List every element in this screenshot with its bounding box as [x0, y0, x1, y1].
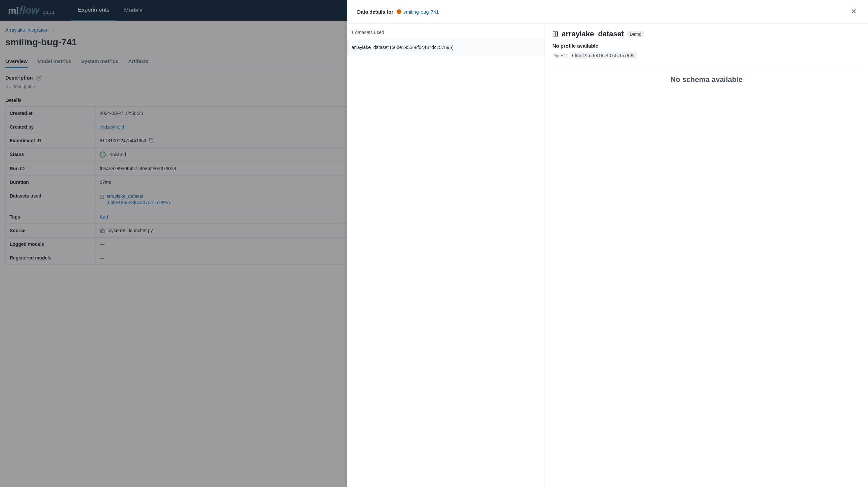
digest-row: Digest: 66be195568f6c437dc157895 — [552, 52, 861, 65]
dataset-heading: arraylake_dataset Demo — [552, 30, 861, 38]
panel-left: 1 datasets used arraylake_dataset (66be1… — [347, 24, 545, 271]
panel-run-name: smiling-bug-741 — [403, 9, 439, 15]
datasets-count: 1 datasets used — [347, 30, 545, 40]
grid-icon — [552, 31, 558, 37]
data-details-panel: Data details for smiling-bug-741 ✕ 1 dat… — [347, 0, 868, 271]
digest-value: 66be195568f6c437dc157895 — [570, 52, 637, 59]
profile-none: No profile available — [552, 43, 861, 48]
digest-label: Digest: — [552, 53, 567, 58]
dataset-name: arraylake_dataset — [562, 30, 624, 38]
demo-badge: Demo — [627, 31, 644, 37]
panel-header: Data details for smiling-bug-741 ✕ — [347, 0, 868, 24]
panel-body: 1 datasets used arraylake_dataset (66be1… — [347, 24, 868, 271]
run-pill[interactable]: smiling-bug-741 — [397, 9, 439, 15]
close-icon[interactable]: ✕ — [849, 6, 858, 17]
dataset-list-item[interactable]: arraylake_dataset (66be195568f6c437dc157… — [347, 40, 545, 55]
panel-title-prefix: Data details for — [357, 9, 393, 15]
no-schema-message: No schema available — [552, 65, 861, 94]
status-dot-icon — [397, 9, 401, 14]
panel-right: arraylake_dataset Demo No profile availa… — [545, 24, 868, 271]
